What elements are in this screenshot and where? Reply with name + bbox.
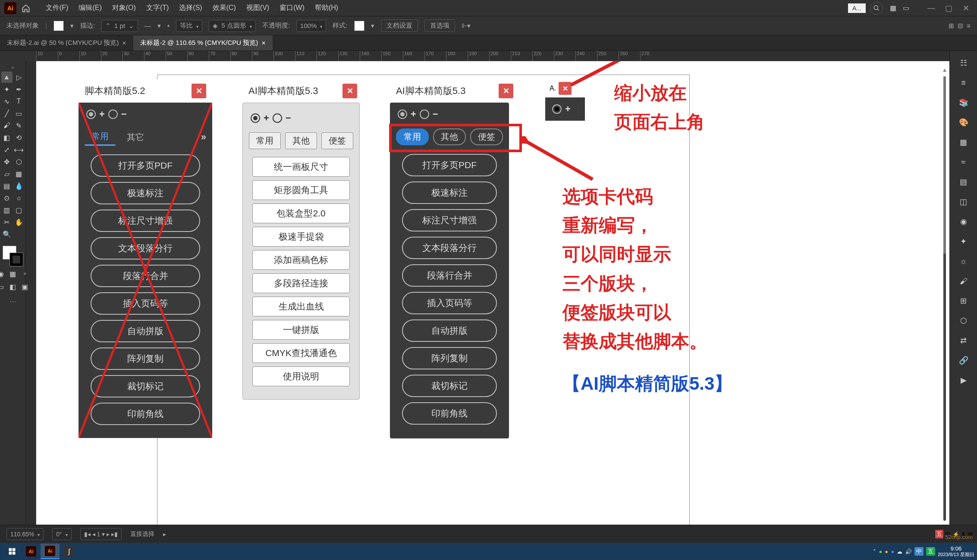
rotate-tool-icon[interactable]: ⟲ — [13, 132, 25, 143]
artboard-nav[interactable]: ▮◂ ◂ 1 ▾ ▸ ▸▮ — [80, 528, 122, 540]
transform-panel-icon[interactable]: ⇄ — [955, 332, 972, 349]
close-button[interactable]: ✕ — [342, 84, 357, 98]
color-panel-icon[interactable]: 🎨 — [955, 114, 972, 131]
script-button[interactable]: 段落行合并 — [91, 265, 200, 287]
radio-unchecked-icon[interactable] — [273, 113, 282, 123]
zoom-tool-icon[interactable]: 🔍 — [1, 228, 13, 240]
panel-toggle-icon[interactable]: ⊞ — [949, 22, 954, 30]
script-button[interactable]: 生成出血线 — [252, 297, 350, 316]
script-button[interactable]: 段落行合并 — [402, 264, 497, 287]
home-icon[interactable] — [20, 2, 32, 14]
layers-panel-icon[interactable]: ≡ — [955, 74, 972, 91]
script-button[interactable]: 统一画板尺寸 — [252, 157, 350, 177]
script-button[interactable]: 阵列复制 — [91, 347, 200, 370]
artboard-tool-icon[interactable]: ▢ — [13, 204, 25, 216]
shape-builder-tool-icon[interactable]: ⬡ — [13, 156, 25, 167]
script-button[interactable]: 自动拼版 — [91, 320, 200, 342]
script-button[interactable]: 多段路径连接 — [252, 273, 350, 293]
line-tool-icon[interactable]: ╱ — [1, 108, 13, 119]
minus-icon[interactable]: − — [286, 113, 291, 124]
minimize-button[interactable]: — — [924, 3, 938, 13]
doc-setup-button[interactable]: 文档设置 — [381, 19, 418, 32]
menu-item[interactable]: 选择(S) — [174, 3, 207, 13]
maximize-button[interactable]: ▢ — [942, 3, 955, 13]
close-button[interactable]: ✕ — [499, 84, 513, 98]
fill-swatch[interactable] — [53, 21, 64, 31]
stroke-panel-icon[interactable]: ≈ — [955, 153, 972, 171]
rect-tool-icon[interactable]: ▭ — [13, 108, 25, 119]
search-icon[interactable] — [870, 2, 883, 15]
width-tool-icon[interactable]: ⟷ — [13, 144, 25, 155]
tab-other[interactable]: 其它 — [120, 129, 151, 145]
script-button[interactable]: 极速标注 — [91, 182, 200, 204]
hand-tool-icon[interactable]: ✋ — [13, 216, 25, 228]
script-button[interactable]: 极速手提袋 — [252, 227, 350, 247]
eraser-tool-icon[interactable]: ◧ — [1, 132, 13, 143]
menu-item[interactable]: 对象(O) — [107, 3, 141, 13]
brush-tool-icon[interactable]: 🖌 — [1, 120, 13, 131]
screen-mode-icon[interactable]: ▣ — [19, 281, 31, 292]
color-mode-icon[interactable]: ◉ — [0, 268, 6, 279]
radio-unchecked-icon[interactable] — [420, 109, 429, 119]
scale-tool-icon[interactable]: ⤢ — [1, 144, 13, 155]
tab-other[interactable]: 其他 — [285, 132, 317, 149]
align-panel-icon[interactable]: ⊞ — [955, 292, 972, 310]
opacity-input[interactable]: 100% — [296, 20, 326, 32]
menu-item[interactable]: 视图(V) — [241, 3, 274, 13]
transparency-panel-icon[interactable]: ◫ — [955, 193, 972, 210]
close-button[interactable]: ✕ — [959, 3, 973, 13]
script-button[interactable]: 使用说明 — [252, 366, 350, 386]
panel-collapse-icon[interactable]: ⊟ — [958, 22, 963, 30]
direct-tool-icon[interactable]: ▷ — [13, 72, 25, 83]
tray-volume-icon[interactable]: 🔊 — [905, 548, 912, 555]
script-button[interactable]: 极速标注 — [402, 181, 497, 204]
type-tool-icon[interactable]: T — [13, 96, 25, 107]
ime-icon[interactable]: 五 — [926, 547, 935, 556]
symbols-panel-icon[interactable]: ☼ — [955, 253, 972, 270]
tab-doc-1[interactable]: 未标题-2.ai @ 50 % (CMYK/CPU 预览)✕ — [0, 35, 133, 50]
gradient-panel-icon[interactable]: ▤ — [955, 173, 972, 191]
tray-icon[interactable]: ● — [891, 548, 894, 555]
eyedropper-tool-icon[interactable]: 💧 — [13, 180, 25, 191]
wand-tool-icon[interactable]: ✦ — [1, 84, 13, 95]
script-button[interactable]: 印前角线 — [91, 403, 200, 425]
none-mode-icon[interactable]: ▫ — [19, 268, 31, 279]
appearance-panel-icon[interactable]: ◉ — [955, 213, 972, 230]
minus-icon[interactable]: − — [121, 109, 127, 120]
script-button[interactable]: 裁切标记 — [402, 375, 497, 397]
minus-icon[interactable]: − — [433, 109, 438, 120]
tab-notes[interactable]: 便签 — [321, 132, 353, 149]
radio-checked-icon[interactable] — [552, 104, 562, 114]
ruler-vertical[interactable] — [26, 61, 36, 542]
column-tool-icon[interactable]: ▥ — [1, 204, 13, 216]
taskbar-app-ai-2[interactable]: Ai — [41, 544, 60, 559]
tray-icon[interactable]: ● — [885, 548, 888, 555]
script-button[interactable]: 标注尺寸增强 — [91, 210, 200, 232]
style-swatch[interactable] — [354, 21, 364, 31]
ime-chinese[interactable]: 中 — [914, 547, 924, 556]
close-icon[interactable]: ✕ — [122, 40, 126, 46]
swatches-panel-icon[interactable]: ▦ — [955, 134, 972, 151]
graphic-styles-panel-icon[interactable]: ✦ — [955, 233, 972, 250]
taskbar-app-ai-1[interactable]: Ai — [22, 544, 41, 559]
plus-icon[interactable]: + — [565, 103, 571, 115]
menu-item[interactable]: 编辑(E) — [73, 3, 107, 13]
tab-common[interactable]: 常用 — [85, 128, 116, 146]
script-button[interactable]: 插入页码等 — [402, 292, 497, 314]
curvature-tool-icon[interactable]: ∿ — [1, 96, 13, 107]
script-button[interactable]: 一键拼版 — [252, 320, 350, 340]
slice-tool-icon[interactable]: ✂ — [1, 216, 13, 228]
canvas-area[interactable]: 脚本精简版5.2 ✕ + − 常用 其它 » 打开多页PDF极速标注标注尺寸增强… — [36, 61, 949, 542]
symbol-tool-icon[interactable]: ☼ — [13, 192, 25, 203]
plus-icon[interactable]: + — [99, 109, 105, 120]
close-button[interactable]: ✕ — [192, 84, 206, 98]
free-tool-icon[interactable]: ✥ — [1, 156, 13, 167]
script-button[interactable]: 打开多页PDF — [402, 154, 497, 176]
radio-checked-icon[interactable] — [86, 109, 96, 119]
radio-checked-icon[interactable] — [398, 109, 407, 119]
menu-item[interactable]: 帮助(H) — [310, 3, 343, 13]
radio-unchecked-icon[interactable] — [108, 109, 118, 119]
stroke-weight-input[interactable]: ⌃ 1 pt ⌄ — [101, 20, 138, 32]
menu-item[interactable]: 窗口(W) — [274, 3, 310, 13]
tray-cloud-icon[interactable]: ☁ — [897, 548, 902, 555]
